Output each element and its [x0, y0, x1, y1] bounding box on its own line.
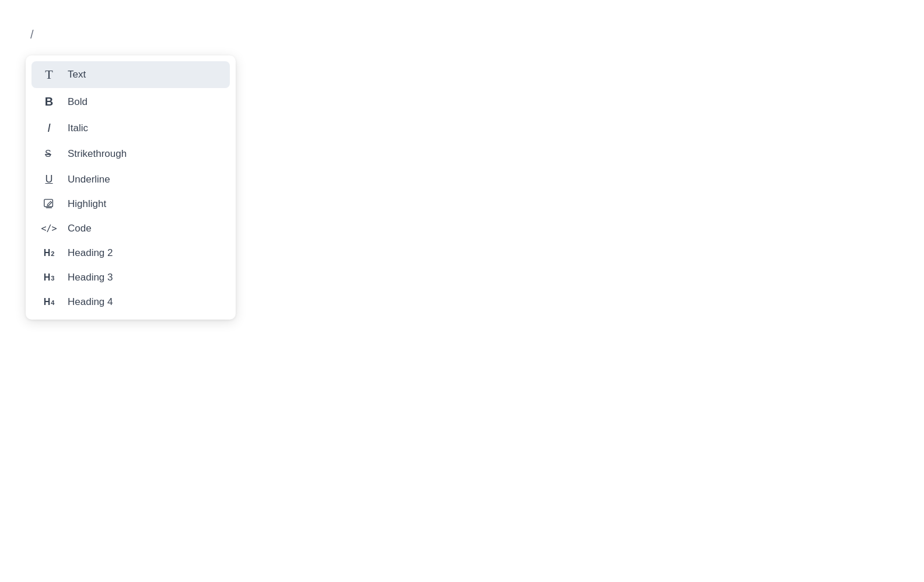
- menu-item-underline[interactable]: U Underline: [32, 167, 230, 191]
- menu-label-code: Code: [68, 223, 92, 234]
- menu-item-highlight[interactable]: Highlight: [32, 192, 230, 216]
- menu-label-text: Text: [68, 69, 86, 80]
- menu-label-heading3: Heading 3: [68, 272, 113, 283]
- h2-icon: H2: [40, 248, 58, 258]
- menu-label-underline: Underline: [68, 174, 110, 185]
- menu-item-strikethrough[interactable]: S Strikethrough: [32, 142, 230, 166]
- svg-text:S: S: [45, 149, 51, 159]
- menu-item-bold[interactable]: B Bold: [32, 89, 230, 114]
- underline-icon: U: [40, 173, 58, 185]
- strikethrough-icon: S: [40, 148, 58, 160]
- menu-label-bold: Bold: [68, 96, 88, 108]
- menu-label-heading2: Heading 2: [68, 247, 113, 259]
- menu-item-heading3[interactable]: H3 Heading 3: [32, 266, 230, 289]
- h3-icon: H3: [40, 272, 58, 283]
- menu-item-code[interactable]: </> Code: [32, 217, 230, 240]
- menu-label-heading4: Heading 4: [68, 296, 113, 308]
- menu-label-highlight: Highlight: [68, 198, 106, 210]
- bold-icon: B: [40, 95, 58, 108]
- menu-label-italic: Italic: [68, 122, 88, 134]
- format-dropdown-menu: T Text B Bold I Italic S Strikethrough U…: [26, 55, 236, 320]
- italic-icon: I: [40, 121, 58, 135]
- menu-item-italic[interactable]: I Italic: [32, 115, 230, 141]
- highlight-icon: [40, 198, 58, 210]
- menu-item-heading4[interactable]: H4 Heading 4: [32, 290, 230, 314]
- code-icon: </>: [40, 223, 58, 234]
- menu-item-text[interactable]: T Text: [32, 61, 230, 88]
- slash-indicator: /: [30, 28, 34, 41]
- menu-item-heading2[interactable]: H2 Heading 2: [32, 241, 230, 265]
- h4-icon: H4: [40, 297, 58, 307]
- menu-label-strikethrough: Strikethrough: [68, 148, 127, 160]
- text-icon: T: [40, 67, 58, 82]
